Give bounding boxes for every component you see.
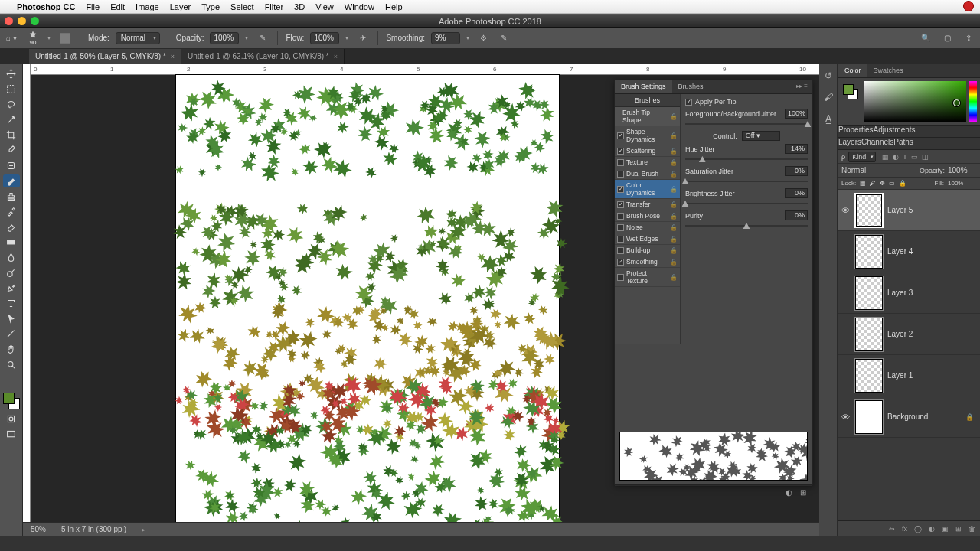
brush-cat-brush-pose[interactable]: Brush Pose🔒 — [615, 210, 680, 222]
tab-brushes[interactable]: Brushes — [672, 80, 710, 93]
eraser-tool[interactable] — [3, 220, 20, 233]
brush-icon[interactable]: 🖌 — [822, 92, 835, 106]
sat-jitter-value[interactable]: 0% — [785, 166, 808, 176]
ruler-vertical[interactable] — [23, 64, 31, 522]
color-swatches-tool[interactable] — [2, 392, 21, 410]
minimize-icon[interactable] — [18, 17, 26, 25]
brush-cat-wet-edges[interactable]: Wet Edges🔒 — [615, 233, 680, 245]
layer-row[interactable]: Layer 2 — [838, 314, 980, 355]
brush-cat-brush-tip-shape[interactable]: Brush Tip Shape🔒 — [615, 107, 680, 126]
quickmask-icon[interactable] — [3, 412, 20, 425]
fgbg-jitter-slider[interactable] — [685, 120, 808, 128]
dodge-tool[interactable] — [3, 266, 20, 279]
character-icon[interactable]: A̲ — [822, 113, 835, 127]
menu-type[interactable]: Type — [201, 2, 220, 11]
brush-dropdown-icon[interactable]: ▾ — [47, 34, 52, 41]
more-tools-icon[interactable]: ⋯ — [3, 373, 20, 386]
color-field[interactable] — [864, 81, 966, 122]
tab-brush-settings[interactable]: Brush Settings — [615, 80, 672, 93]
brush-panel-toggle-icon[interactable] — [58, 31, 72, 45]
layer-fill-field[interactable]: 100% — [948, 180, 977, 187]
zoom-tool[interactable] — [3, 358, 20, 371]
new-preset-icon[interactable]: ⊞ — [800, 488, 806, 497]
filter-adjust-icon[interactable]: ◐ — [893, 153, 899, 161]
fx-icon[interactable]: fx — [902, 525, 907, 533]
brush-cat-noise[interactable]: Noise🔒 — [615, 222, 680, 233]
menu-image[interactable]: Image — [136, 2, 159, 11]
brush-cat-protect-texture[interactable]: Protect Texture🔒 — [615, 268, 680, 287]
doc-tab-2[interactable]: Untitled-1 @ 62.1% (Layer 10, CMYK/8) *× — [181, 49, 345, 64]
hue-jitter-slider[interactable] — [685, 155, 808, 163]
brush-cat-build-up[interactable]: Build-up🔒 — [615, 245, 680, 256]
workspace-icon[interactable]: ▢ — [940, 31, 954, 45]
brush-cat-smoothing[interactable]: ✓Smoothing🔒 — [615, 256, 680, 268]
layer-row[interactable]: 👁Background🔒 — [838, 396, 980, 438]
visibility-icon[interactable]: 👁 — [840, 206, 851, 215]
tab-color[interactable]: Color — [838, 64, 867, 77]
lock-all-icon[interactable]: 🔒 — [899, 180, 906, 187]
apply-per-tip-checkbox[interactable]: ✓ — [685, 99, 692, 106]
brushes-header[interactable]: Brushes — [615, 94, 680, 107]
menu-3d[interactable]: 3D — [294, 2, 305, 11]
link-layers-icon[interactable]: ⇔ — [889, 525, 895, 533]
ruler-horizontal[interactable]: 0 1 2 3 4 5 6 7 8 9 10 — [31, 64, 819, 75]
layer-opacity-field[interactable]: 100% — [948, 166, 977, 174]
airbrush-icon[interactable]: ✈ — [356, 31, 370, 45]
lock-move-icon[interactable]: ✥ — [880, 180, 885, 187]
lock-paint-icon[interactable]: 🖌 — [870, 180, 876, 187]
collapse-icon[interactable]: ▸▸ ≡ — [792, 80, 812, 93]
brush-cat-transfer[interactable]: ✓Transfer🔒 — [615, 199, 680, 210]
symmetry-icon[interactable]: ✎ — [497, 31, 511, 45]
delete-layer-icon[interactable]: 🗑 — [969, 525, 975, 533]
tab-paths[interactable]: Paths — [893, 138, 913, 149]
history-brush-tool[interactable] — [3, 205, 20, 218]
brush-preset-picker[interactable]: 90 — [24, 28, 41, 48]
close-icon[interactable] — [5, 17, 13, 25]
move-tool[interactable] — [3, 67, 20, 80]
canvas-area[interactable]: 0 1 2 3 4 5 6 7 8 9 10 Brush Settings Br… — [23, 64, 819, 536]
shape-tool[interactable] — [3, 328, 20, 341]
sat-jitter-slider[interactable] — [685, 178, 808, 185]
layer-filter-kind[interactable]: Kind — [848, 152, 876, 162]
control-dropdown[interactable]: Off ▾ — [742, 131, 780, 141]
screenmode-icon[interactable] — [3, 428, 20, 441]
document-canvas[interactable] — [176, 75, 559, 534]
tab-adjustments[interactable]: Adjustments — [874, 126, 916, 137]
tab-swatches[interactable]: Swatches — [867, 64, 910, 77]
share-icon[interactable]: ⇪ — [962, 31, 975, 45]
tab-layers[interactable]: Layers — [838, 138, 861, 149]
home-icon[interactable]: ⌂ ▾ — [5, 31, 18, 45]
visibility-icon[interactable]: 👁 — [840, 412, 851, 422]
brush-cat-scattering[interactable]: ✓Scattering🔒 — [615, 145, 680, 157]
brush-cat-color-dynamics[interactable]: ✓Color Dynamics🔒 — [615, 180, 680, 199]
purity-value[interactable]: 0% — [785, 210, 808, 220]
close-tab-icon[interactable]: × — [334, 53, 338, 60]
lock-artboard-icon[interactable]: ▭ — [889, 180, 895, 187]
filter-shape-icon[interactable]: ▭ — [911, 153, 918, 161]
spot-heal-tool[interactable] — [3, 159, 20, 172]
app-name[interactable]: Photoshop CC — [17, 2, 75, 11]
filter-type-icon[interactable]: T — [903, 153, 907, 161]
fg-bg-swatch[interactable] — [843, 84, 858, 99]
crop-tool[interactable] — [3, 129, 20, 142]
blend-mode-dropdown[interactable]: Normal — [116, 32, 160, 44]
menu-window[interactable]: Window — [345, 2, 374, 11]
cc-status-icon[interactable] — [963, 1, 974, 13]
group-icon[interactable]: ▣ — [942, 525, 949, 533]
eyedropper-tool[interactable] — [3, 144, 20, 157]
toggle-preview-icon[interactable]: ◐ — [786, 488, 792, 497]
fill-adjust-icon[interactable]: ◐ — [929, 525, 935, 533]
close-tab-icon[interactable]: × — [171, 53, 175, 60]
opacity-field[interactable]: 100% — [210, 32, 239, 44]
layer-row[interactable]: 👁Layer 5 — [838, 190, 980, 231]
history-icon[interactable]: ↺ — [822, 70, 835, 84]
new-layer-icon[interactable]: ⊞ — [956, 525, 962, 533]
gradient-tool[interactable] — [3, 236, 20, 249]
lasso-tool[interactable] — [3, 98, 20, 111]
menu-select[interactable]: Select — [230, 2, 254, 11]
smoothing-field[interactable]: 9% — [431, 32, 460, 44]
traffic-lights[interactable] — [5, 17, 39, 25]
menu-layer[interactable]: Layer — [170, 2, 191, 11]
hue-jitter-value[interactable]: 14% — [785, 144, 808, 154]
lock-trans-icon[interactable]: ▦ — [860, 180, 866, 187]
